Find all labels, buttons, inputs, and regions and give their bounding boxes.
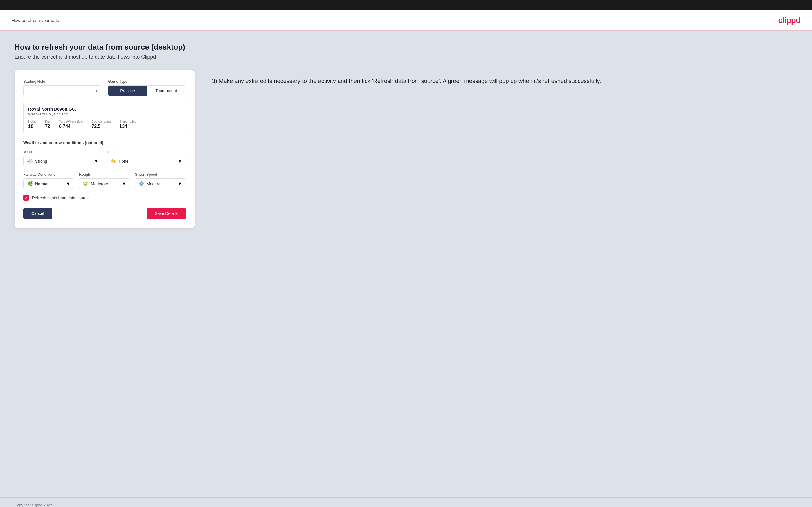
holes-label: Holes	[28, 120, 36, 123]
fairway-group: Fairway Conditions 🌿 Normal ▼	[23, 172, 74, 189]
refresh-checkbox-row: ✓ Refresh shots from data source	[23, 195, 186, 201]
green-speed-value: Moderate	[147, 181, 175, 186]
par-value: 72	[45, 124, 50, 129]
wind-arrow-icon: ▼	[94, 159, 98, 164]
footer: Copyright Clippd 2022	[0, 497, 812, 507]
page-subtitle: Ensure the correct and most up to date d…	[14, 54, 798, 60]
conditions-grid-top: Wind 💨 Strong ▼ Rain ☀️ None ▼	[23, 150, 186, 167]
main-content: How to refresh your data from source (de…	[0, 31, 812, 497]
conditions-title: Weather and course conditions (optional)	[23, 140, 186, 145]
logo: clippd	[778, 16, 800, 25]
fairway-icon: 🌿	[27, 181, 33, 186]
rough-icon: 🌾	[83, 181, 89, 186]
starting-hole-label: Starting Hole	[23, 79, 101, 83]
wind-group: Wind 💨 Strong ▼	[23, 150, 102, 167]
footer-copyright: Copyright Clippd 2022	[14, 503, 52, 507]
green-speed-arrow-icon: ▼	[177, 181, 182, 186]
refresh-checkbox[interactable]: ✓	[23, 195, 29, 201]
top-form-row: Starting Hole 1 10 ▼ Game Type Practice …	[23, 79, 186, 96]
rain-label: Rain	[107, 150, 186, 154]
rough-label: Rough	[79, 172, 130, 177]
course-rating-value: 72.5	[92, 124, 111, 129]
course-name: Royal North Devon GC,	[28, 106, 181, 111]
par-stat: Par 72	[45, 120, 50, 129]
holes-stat: Holes 18	[28, 120, 36, 129]
top-bar	[0, 0, 812, 10]
rain-icon: ☀️	[111, 158, 116, 164]
checkmark-icon: ✓	[25, 196, 28, 200]
slope-rating-stat: Slope rating 134	[119, 120, 137, 129]
description-text: 3) Make any extra edits necessary to the…	[212, 76, 798, 86]
course-location: Westward Ho!, England	[28, 112, 181, 116]
conditions-grid-bottom: Fairway Conditions 🌿 Normal ▼ Rough 🌾 Mo…	[23, 172, 186, 189]
fairway-value: Normal	[35, 181, 63, 186]
rough-value: Moderate	[91, 181, 119, 186]
wind-label: Wind	[23, 150, 102, 154]
rain-group: Rain ☀️ None ▼	[107, 150, 186, 167]
wind-select[interactable]: 💨 Strong ▼	[23, 156, 102, 167]
game-type-group: Game Type Practice Tournament	[108, 79, 186, 96]
form-panel: Starting Hole 1 10 ▼ Game Type Practice …	[14, 70, 195, 228]
starting-hole-select[interactable]: 1 10	[23, 85, 101, 96]
header-title: How to refresh your data	[12, 18, 59, 23]
green-speed-group: Green Speed ⚙️ Moderate ▼	[135, 172, 186, 189]
wind-value: Strong	[35, 159, 92, 164]
rough-arrow-icon: ▼	[122, 181, 126, 186]
course-rating-stat: Course rating 72.5	[92, 120, 111, 129]
description-panel: 3) Make any extra edits necessary to the…	[212, 70, 798, 86]
par-label: Par	[45, 120, 50, 123]
yards-label: Yards/White (M))	[59, 120, 83, 123]
starting-hole-group: Starting Hole 1 10 ▼	[23, 79, 101, 96]
yards-value: 6,744	[59, 124, 83, 129]
content-layout: Starting Hole 1 10 ▼ Game Type Practice …	[14, 70, 798, 228]
slope-rating-label: Slope rating	[119, 120, 137, 123]
fairway-label: Fairway Conditions	[23, 172, 74, 177]
course-rating-label: Course rating	[92, 120, 111, 123]
page-title: How to refresh your data from source (de…	[14, 43, 798, 52]
form-actions: Cancel Save Details	[23, 208, 186, 219]
game-type-label: Game Type	[108, 79, 186, 83]
green-speed-icon: ⚙️	[139, 181, 144, 186]
yards-stat: Yards/White (M)) 6,744	[59, 120, 83, 129]
course-info-box: Royal North Devon GC, Westward Ho!, Engl…	[23, 102, 186, 133]
green-speed-label: Green Speed	[135, 172, 186, 177]
refresh-label: Refresh shots from data source	[32, 195, 89, 200]
game-type-buttons: Practice Tournament	[108, 85, 186, 96]
course-stats: Holes 18 Par 72 Yards/White (M)) 6,744 C…	[28, 120, 181, 129]
tournament-button[interactable]: Tournament	[147, 86, 186, 96]
rain-value: None	[119, 159, 175, 164]
save-button[interactable]: Save Details	[147, 208, 186, 219]
slope-rating-value: 134	[119, 124, 137, 129]
rough-group: Rough 🌾 Moderate ▼	[79, 172, 130, 189]
practice-button[interactable]: Practice	[108, 86, 147, 96]
wind-icon: 💨	[27, 158, 33, 164]
starting-hole-wrapper: 1 10 ▼	[23, 85, 101, 96]
fairway-select[interactable]: 🌿 Normal ▼	[23, 178, 74, 189]
holes-value: 18	[28, 124, 36, 129]
rough-select[interactable]: 🌾 Moderate ▼	[79, 178, 130, 189]
rain-arrow-icon: ▼	[177, 159, 182, 164]
fairway-arrow-icon: ▼	[66, 181, 70, 186]
green-speed-select[interactable]: ⚙️ Moderate ▼	[135, 178, 186, 189]
rain-select[interactable]: ☀️ None ▼	[107, 156, 186, 167]
cancel-button[interactable]: Cancel	[23, 208, 52, 219]
header: How to refresh your data clippd	[0, 10, 812, 31]
